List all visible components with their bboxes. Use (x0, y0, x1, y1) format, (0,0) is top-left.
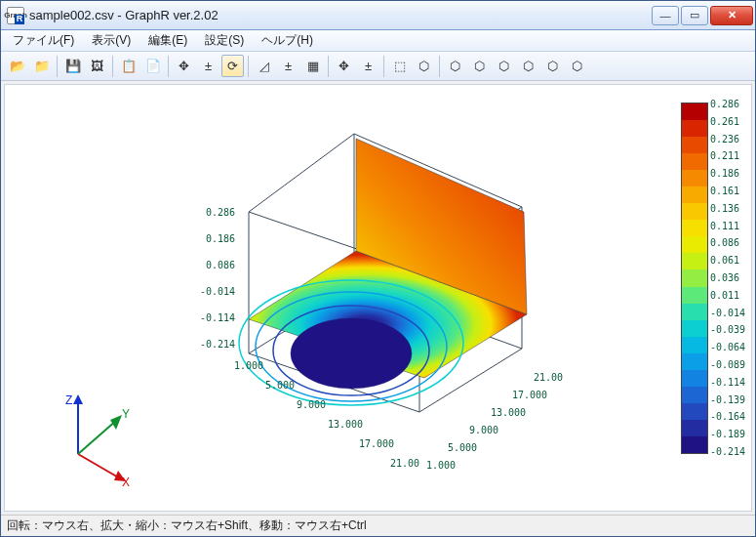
toolbar-separator (328, 56, 329, 77)
app-icon: Graph (7, 7, 24, 24)
menu-file[interactable]: ファイル(F) (5, 30, 82, 51)
cube-xy-button[interactable]: ⬡ (444, 55, 466, 77)
cube-mxz-button[interactable]: ⬡ (541, 55, 564, 77)
menu-help[interactable]: ヘルプ(H) (254, 30, 321, 51)
toolbar-separator (57, 56, 58, 77)
menu-view[interactable]: 表示(V) (84, 30, 139, 51)
plus3-button[interactable]: ± (357, 55, 379, 77)
cube-yz-button[interactable]: ⬡ (493, 55, 515, 77)
window-buttons: — ▭ ✕ (652, 6, 753, 25)
menu-edit[interactable]: 編集(E) (140, 30, 195, 51)
toolbar-separator (112, 56, 113, 77)
app-window: Graph sample002.csv - GraphR ver.2.02 — … (0, 0, 756, 537)
reset-view-button[interactable]: ⬚ (388, 55, 411, 77)
colorscale-bar (681, 103, 708, 454)
status-bar: 回転：マウス右、拡大・縮小：マウス右+Shift、移動：マウス右+Ctrl (1, 515, 755, 536)
zoom-button[interactable]: ± (197, 55, 219, 77)
svg-point-6 (291, 318, 412, 389)
menu-bar: ファイル(F) 表示(V) 編集(E) 設定(S) ヘルプ(H) (1, 30, 755, 52)
colorscale-labels: 0.2860.2610.2360.2110.1860.1610.1360.111… (710, 100, 747, 457)
toolbar-separator (168, 56, 169, 77)
close-button[interactable]: ✕ (710, 6, 753, 25)
axis-z-label: Z (65, 393, 72, 407)
svg-line-14 (78, 420, 117, 454)
status-text: 回転：マウス右、拡大・縮小：マウス右+Shift、移動：マウス右+Ctrl (7, 517, 367, 534)
toolbar-separator (248, 56, 249, 77)
cube-xz-button[interactable]: ⬡ (468, 55, 491, 77)
screenshot-button[interactable]: 🖼 (86, 55, 108, 77)
rotate-button[interactable]: ⟳ (221, 55, 244, 77)
axis-x-label: X (122, 475, 130, 488)
menu-settings[interactable]: 設定(S) (197, 30, 252, 51)
title-bar: Graph sample002.csv - GraphR ver.2.02 — … (1, 1, 755, 30)
window-title: sample002.csv - GraphR ver.2.02 (29, 8, 652, 22)
axis-indicator: Z X Y (24, 391, 132, 491)
plus2-button[interactable]: ✥ (333, 55, 355, 77)
plot-content[interactable]: 0.286 0.186 0.086 -0.014 -0.114 -0.214 1… (4, 84, 752, 512)
axis-config-button[interactable]: ◿ (253, 55, 275, 77)
toolbar-separator (439, 56, 440, 77)
svg-marker-11 (73, 394, 83, 404)
recent-button[interactable]: 📁 (30, 55, 53, 77)
minimize-button[interactable]: — (652, 6, 679, 25)
move-button[interactable]: ✥ (173, 55, 195, 77)
copy-button[interactable]: 📋 (117, 55, 139, 77)
plot-area[interactable]: 0.286 0.186 0.086 -0.014 -0.114 -0.214 1… (5, 85, 751, 511)
toolbar-separator (383, 56, 384, 77)
cube-mxy-button[interactable]: ⬡ (517, 55, 539, 77)
z-axis-ticks: 0.286 0.186 0.086 -0.014 -0.114 -0.214 (196, 208, 235, 366)
svg-marker-15 (110, 415, 122, 430)
svg-line-12 (78, 454, 120, 478)
cube-myz-button[interactable]: ⬡ (566, 55, 588, 77)
maximize-button[interactable]: ▭ (681, 6, 708, 25)
save-button[interactable]: 💾 (61, 55, 84, 77)
form-button[interactable]: 📄 (141, 55, 164, 77)
open-button[interactable]: 📂 (6, 55, 28, 77)
cube1-button[interactable]: ⬡ (413, 55, 435, 77)
axis-y-label: Y (122, 407, 130, 421)
grid-button[interactable]: ▦ (301, 55, 324, 77)
plus-alt-button[interactable]: ± (277, 55, 299, 77)
toolbar: 📂 📁 💾 🖼 📋 📄 ✥ ± ⟳ ◿ ± ▦ ✥ ± ⬚ ⬡ ⬡ ⬡ ⬡ ⬡ … (1, 52, 755, 81)
